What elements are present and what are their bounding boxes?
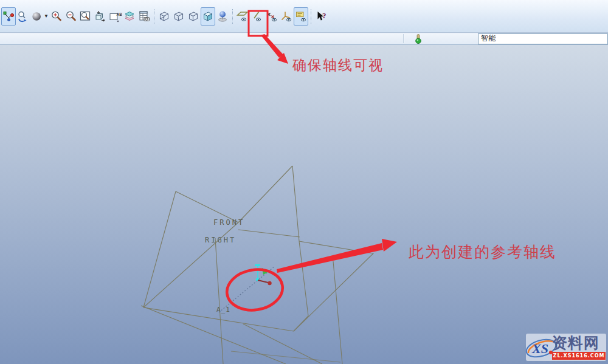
shaded-display-icon [201, 10, 215, 23]
zoom-out-icon [64, 10, 78, 23]
dropdown-caret-icon: ▼ [44, 13, 49, 19]
right-plane-label: RIGHT [205, 236, 236, 244]
datum-axis-display-icon [250, 10, 264, 23]
axis-origin-marker [255, 264, 272, 285]
point-display-icon [265, 10, 278, 23]
regen-status-glyph [413, 33, 423, 44]
watermark-site-url: ZL.XS1616.COM [552, 352, 606, 360]
no-hidden-display-icon [187, 10, 200, 23]
watermark-site-name: 资料网 [552, 333, 599, 353]
context-help-button[interactable]: ? [314, 7, 328, 26]
filter-bar: 智能 [0, 33, 608, 45]
annotation-display-button[interactable] [294, 7, 308, 26]
toolbar-separator [308, 9, 314, 24]
reorient-view-icon [94, 10, 107, 23]
layers-button[interactable] [122, 7, 137, 26]
svg-text:AB: AB [117, 12, 122, 16]
render-style-button[interactable]: ▼ [30, 7, 49, 26]
zoom-in-icon [50, 10, 63, 23]
spin-center-button[interactable] [215, 7, 230, 26]
toolbar-icon-group: ▼AB? [1, 7, 328, 26]
csys-display-icon [280, 10, 293, 23]
shaded-display-button[interactable] [201, 7, 215, 26]
zoom-in-button[interactable] [49, 7, 64, 26]
select-items-button[interactable] [1, 7, 16, 26]
layers-icon [123, 10, 136, 23]
watermark: XS 资料网 ZL.XS1616.COM [526, 334, 606, 361]
datum-plane-display-button[interactable] [235, 7, 250, 26]
refit-icon [79, 10, 92, 23]
selection-filter-combobox[interactable]: 智能 [478, 33, 608, 44]
svg-text:?: ? [322, 10, 326, 19]
reorient-view-button[interactable] [93, 7, 108, 26]
hidden-line-display-button[interactable] [171, 7, 186, 26]
zoom-out-button[interactable] [64, 7, 78, 26]
regen-status-icon[interactable] [413, 33, 423, 44]
wireframe-display-button[interactable] [157, 7, 171, 26]
point-display-button[interactable] [264, 7, 279, 26]
axis-a1-label: A_1 [216, 306, 230, 314]
view-manager-button[interactable] [137, 7, 151, 26]
context-help-icon: ? [314, 10, 328, 23]
datum-axis-line [219, 266, 275, 312]
datum-axis-display-button[interactable] [250, 7, 264, 26]
watermark-xs-text: XS [531, 341, 548, 356]
find-icon [16, 10, 30, 23]
red-point-marker [268, 281, 271, 285]
green-direction-arrow [262, 268, 269, 275]
no-hidden-display-button[interactable] [186, 7, 201, 26]
annotation-display-icon [294, 10, 308, 23]
wireframe-display-icon [157, 10, 171, 23]
filter-bar-divider [403, 34, 404, 43]
3d-viewport[interactable]: FRONT RIGHT A_1 [0, 45, 608, 364]
datum-plane-edges [141, 166, 373, 364]
datum-plane-display-icon [236, 10, 249, 23]
render-style-icon [31, 10, 43, 23]
toolbar-separator [230, 9, 235, 24]
toolbar-separator [151, 9, 157, 24]
select-items-icon [2, 10, 15, 23]
refit-button[interactable] [78, 7, 93, 26]
saved-views-icon: AB [108, 10, 122, 23]
hidden-line-display-icon [172, 10, 185, 23]
saved-views-button[interactable]: AB [108, 7, 122, 26]
find-button[interactable] [16, 7, 30, 26]
view-manager-icon [137, 10, 151, 23]
datum-planes-sketch [0, 45, 608, 364]
csys-display-button[interactable] [279, 7, 294, 26]
spin-center-icon [216, 10, 229, 23]
main-toolbar: ▼AB? [0, 0, 608, 33]
front-plane-label: FRONT [213, 218, 244, 227]
